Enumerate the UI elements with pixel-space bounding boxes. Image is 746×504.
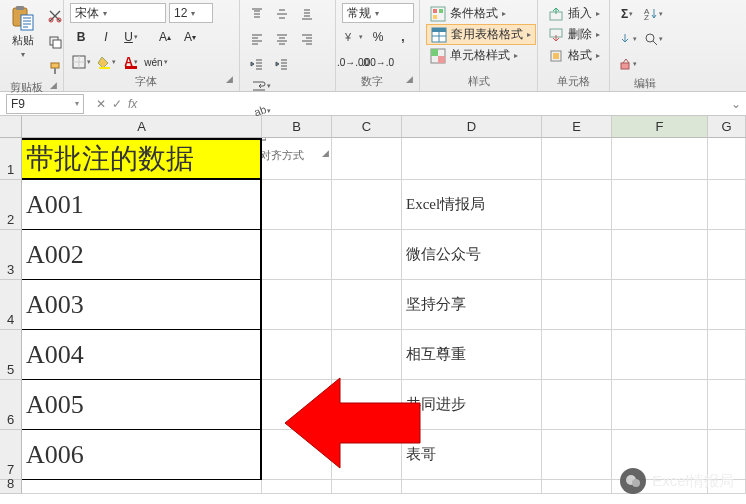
cell-F1[interactable] xyxy=(612,138,708,180)
paste-button[interactable]: 粘贴 ▾ xyxy=(6,3,40,61)
cell-D2[interactable]: Excel情报局 xyxy=(402,180,542,230)
sort-filter-button[interactable]: AZ▾ xyxy=(642,3,664,25)
name-box[interactable]: F9▾ xyxy=(6,94,84,114)
cell-D1[interactable] xyxy=(402,138,542,180)
cell-E3[interactable] xyxy=(542,230,612,280)
cell-E6[interactable] xyxy=(542,380,612,430)
cell-B1[interactable] xyxy=(262,138,332,180)
underline-button[interactable]: U▾ xyxy=(120,26,142,48)
fill-button[interactable]: ▾ xyxy=(616,28,638,50)
cell-G6[interactable] xyxy=(708,380,746,430)
enter-button[interactable]: ✓ xyxy=(112,97,122,111)
font-dialog-launcher[interactable]: ◢ xyxy=(226,74,233,84)
cell-styles-button[interactable]: 单元格样式▸ xyxy=(426,45,522,66)
cell-E1[interactable] xyxy=(542,138,612,180)
cell-G4[interactable] xyxy=(708,280,746,330)
italic-button[interactable]: I xyxy=(95,26,117,48)
wrap-text-button[interactable]: ▾ xyxy=(250,75,272,97)
row-head-7[interactable]: 7 xyxy=(0,430,22,480)
align-center-button[interactable] xyxy=(271,28,293,50)
cut-button[interactable] xyxy=(44,5,66,27)
format-painter-button[interactable] xyxy=(44,57,66,79)
phonetic-button[interactable]: wén▾ xyxy=(145,51,167,73)
cell-C7[interactable] xyxy=(332,430,402,480)
row-head-4[interactable]: 4 xyxy=(0,280,22,330)
cell-A2[interactable]: A001 xyxy=(22,180,262,230)
row-head-6[interactable]: 6 xyxy=(0,380,22,430)
cell-C6[interactable] xyxy=(332,380,402,430)
cell-A1[interactable]: 带批注的数据 xyxy=(22,138,262,180)
cell-B6[interactable] xyxy=(262,380,332,430)
increase-indent-button[interactable] xyxy=(271,53,293,75)
col-head-G[interactable]: G xyxy=(708,116,746,138)
clear-button[interactable]: ▾ xyxy=(616,53,638,75)
bold-button[interactable]: B xyxy=(70,26,92,48)
cell-area[interactable]: 带批注的数据A001Excel情报局A002微信公众号A003坚持分享A004相… xyxy=(22,138,746,494)
cell-A5[interactable]: A004 xyxy=(22,330,262,380)
cell-F4[interactable] xyxy=(612,280,708,330)
cell-B2[interactable] xyxy=(262,180,332,230)
delete-cells-button[interactable]: 删除▸ xyxy=(544,24,604,45)
cancel-button[interactable]: ✕ xyxy=(96,97,106,111)
cell-F6[interactable] xyxy=(612,380,708,430)
cell-C4[interactable] xyxy=(332,280,402,330)
cell-B7[interactable] xyxy=(262,430,332,480)
font-color-button[interactable]: A▾ xyxy=(120,51,142,73)
decrease-decimal-button[interactable]: .00→.0 xyxy=(367,51,389,73)
number-dialog-launcher[interactable]: ◢ xyxy=(406,74,413,84)
col-head-D[interactable]: D xyxy=(402,116,542,138)
cell-D7[interactable]: 表哥 xyxy=(402,430,542,480)
cell-F5[interactable] xyxy=(612,330,708,380)
cell-F3[interactable] xyxy=(612,230,708,280)
align-middle-button[interactable] xyxy=(271,3,293,25)
borders-button[interactable]: ▾ xyxy=(70,51,92,73)
decrease-indent-button[interactable] xyxy=(246,53,268,75)
align-right-button[interactable] xyxy=(296,28,318,50)
insert-cells-button[interactable]: 插入▸ xyxy=(544,3,604,24)
row-head-1[interactable]: 1 xyxy=(0,138,22,180)
number-format-combo[interactable]: 常规▾ xyxy=(342,3,414,23)
shrink-font-button[interactable]: A▾ xyxy=(179,26,201,48)
row-head-8[interactable]: 8 xyxy=(0,480,22,494)
cell-A8[interactable] xyxy=(22,480,262,494)
cell-B4[interactable] xyxy=(262,280,332,330)
align-left-button[interactable] xyxy=(246,28,268,50)
col-head-F[interactable]: F xyxy=(612,116,708,138)
format-cells-button[interactable]: 格式▸ xyxy=(544,45,604,66)
autosum-button[interactable]: Σ▾ xyxy=(616,3,638,25)
cell-D5[interactable]: 相互尊重 xyxy=(402,330,542,380)
cell-A4[interactable]: A003 xyxy=(22,280,262,330)
cell-D4[interactable]: 坚持分享 xyxy=(402,280,542,330)
conditional-format-button[interactable]: 条件格式▸ xyxy=(426,3,510,24)
clipboard-dialog-launcher[interactable]: ◢ xyxy=(50,80,57,90)
cell-F2[interactable] xyxy=(612,180,708,230)
cell-C5[interactable] xyxy=(332,330,402,380)
cell-E8[interactable] xyxy=(542,480,612,494)
grow-font-button[interactable]: A▴ xyxy=(154,26,176,48)
cell-A3[interactable]: A002 xyxy=(22,230,262,280)
worksheet-grid[interactable]: ABCDEFG 12345678 带批注的数据A001Excel情报局A002微… xyxy=(0,116,746,504)
increase-decimal-button[interactable]: .0→.00 xyxy=(342,51,364,73)
align-bottom-button[interactable] xyxy=(296,3,318,25)
font-family-combo[interactable]: 宋体▾ xyxy=(70,3,166,23)
cell-B8[interactable] xyxy=(262,480,332,494)
cell-G5[interactable] xyxy=(708,330,746,380)
cell-E2[interactable] xyxy=(542,180,612,230)
copy-button[interactable] xyxy=(44,31,66,53)
accounting-format-button[interactable]: ¥▾ xyxy=(342,26,364,48)
row-head-5[interactable]: 5 xyxy=(0,330,22,380)
col-head-C[interactable]: C xyxy=(332,116,402,138)
formula-input[interactable] xyxy=(143,94,726,114)
fx-button[interactable]: fx xyxy=(128,97,137,111)
cell-C1[interactable] xyxy=(332,138,402,180)
fill-color-button[interactable]: ▾ xyxy=(95,51,117,73)
row-head-2[interactable]: 2 xyxy=(0,180,22,230)
cell-A6[interactable]: A005 xyxy=(22,380,262,430)
cell-C3[interactable] xyxy=(332,230,402,280)
col-head-B[interactable]: B xyxy=(262,116,332,138)
col-head-A[interactable]: A xyxy=(22,116,262,138)
expand-formula-bar[interactable]: ⌄ xyxy=(726,97,746,111)
cell-C2[interactable] xyxy=(332,180,402,230)
comma-button[interactable]: , xyxy=(392,26,414,48)
cell-B5[interactable] xyxy=(262,330,332,380)
